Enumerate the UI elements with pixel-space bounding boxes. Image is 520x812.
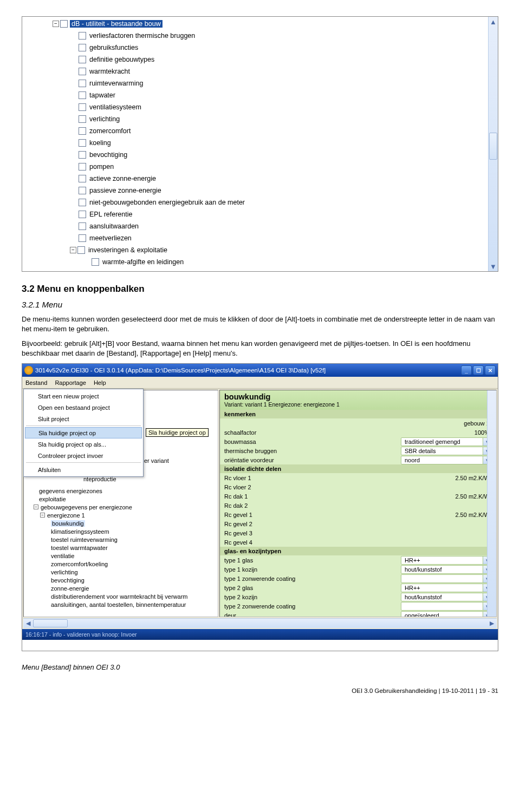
scroll-right-icon[interactable]: ▶ xyxy=(487,619,497,628)
tree-node[interactable]: actieve zonne-energie xyxy=(23,173,488,185)
scroll-track[interactable] xyxy=(489,27,498,261)
tree-node[interactable]: ventilatie xyxy=(27,552,218,560)
checkbox[interactable] xyxy=(79,91,86,99)
tree-node[interactable]: zomercomfort xyxy=(23,125,488,137)
close-button[interactable]: ✕ xyxy=(485,365,496,375)
tree-node[interactable]: aansluitwaarden xyxy=(23,220,488,232)
form-row[interactable]: type 2 zonwerende coating▾ xyxy=(220,601,496,611)
dropdown[interactable]: ▾ xyxy=(401,602,492,611)
collapse-icon[interactable]: − xyxy=(34,505,38,509)
vertical-scrollbar[interactable]: ▲ ▼ xyxy=(488,17,498,271)
tree-node[interactable]: distributierendement voor warmtekracht b… xyxy=(27,592,218,600)
tree-node-child[interactable]: warmte-afgifte en leidingen xyxy=(23,256,488,268)
form-row[interactable]: deurongeïsoleerd▾ xyxy=(220,611,496,617)
collapse-icon[interactable]: − xyxy=(53,21,59,27)
checkbox[interactable] xyxy=(79,187,86,194)
dropdown[interactable]: noord▾ xyxy=(401,456,492,464)
checkbox[interactable] xyxy=(79,103,86,111)
tree-node[interactable]: tapwater xyxy=(23,89,488,101)
menu-rapportage[interactable]: Rapportage xyxy=(55,379,86,386)
tree-node[interactable]: −energiezone 1 xyxy=(27,511,218,519)
menu-help[interactable]: Help xyxy=(94,379,106,386)
tree-node[interactable]: exploitatie xyxy=(27,495,218,503)
dropdown[interactable]: hout/kunststof▾ xyxy=(401,565,492,574)
scroll-thumb[interactable] xyxy=(33,619,68,627)
form-row[interactable]: type 2 kozijnhout/kunststof▾ xyxy=(220,592,496,601)
menu-item[interactable]: Afsluiten xyxy=(25,464,142,475)
tree-node[interactable]: zonne-energie xyxy=(27,584,218,592)
tree-node[interactable]: niet-gebouwgebonden energiegebruik aan d… xyxy=(23,197,488,208)
tree-root-node[interactable]: − dB - utiliteit - bestaande bouw xyxy=(23,18,488,30)
checkbox[interactable] xyxy=(79,163,86,171)
menu-item[interactable]: Open een bestaand project xyxy=(25,402,142,413)
maximize-button[interactable]: ☐ xyxy=(473,365,484,375)
tree-node[interactable]: gegevens energiezones xyxy=(27,487,218,495)
checkbox[interactable] xyxy=(79,234,86,242)
minimize-button[interactable]: _ xyxy=(461,365,472,375)
menu-item-highlighted[interactable]: Sla huidige project op xyxy=(25,427,142,438)
tree-node[interactable]: −gebouwgegevens per energiezone xyxy=(27,503,218,511)
tree-node-investeringen[interactable]: − investeringen & exploitatie xyxy=(23,244,488,256)
scroll-left-icon[interactable]: ◀ xyxy=(23,619,33,628)
dropdown[interactable]: ▾ xyxy=(401,574,492,583)
tree-node[interactable]: toestel warmtapwater xyxy=(27,543,218,552)
menu-item[interactable]: Sluit project xyxy=(25,413,142,424)
form-row[interactable]: bouwmassatraditioneel gemengd▾ xyxy=(220,437,496,446)
menu-item[interactable]: Controleer project invoer xyxy=(25,450,142,461)
window-titlebar[interactable]: 3014v52v2e.OEI30 - OEI 3.0.14 (AppData: … xyxy=(22,364,498,377)
tree-node[interactable]: zomercomfort/koeling xyxy=(27,560,218,568)
dropdown[interactable]: traditioneel gemengd▾ xyxy=(401,437,492,446)
tree-node[interactable]: definitie gebouwtypes xyxy=(23,54,488,66)
vertical-scrollbar[interactable] xyxy=(487,390,496,617)
checkbox[interactable] xyxy=(92,258,99,266)
tree-node[interactable]: verlichting xyxy=(23,113,488,125)
checkbox[interactable] xyxy=(79,32,86,40)
form-row[interactable]: type 1 kozijnhout/kunststof▾ xyxy=(220,565,496,574)
form-row[interactable]: thermische bruggenSBR details▾ xyxy=(220,446,496,455)
tree-node[interactable]: verlichting xyxy=(27,568,218,576)
dropdown[interactable]: hout/kunststof▾ xyxy=(401,593,492,601)
menu-item[interactable]: Sla huidig project op als... xyxy=(25,438,142,450)
dropdown[interactable]: HR++▾ xyxy=(401,556,492,565)
tree-node[interactable]: passieve zonne-energie xyxy=(23,185,488,197)
checkbox[interactable] xyxy=(79,80,86,87)
dropdown[interactable]: ongeïsoleerd▾ xyxy=(401,611,492,618)
dropdown[interactable]: SBR details▾ xyxy=(401,447,492,455)
tree-node[interactable]: pompen xyxy=(23,161,488,173)
checkbox[interactable] xyxy=(79,56,86,63)
tree-node[interactable]: aansluitingen, aantal toestellen, binnen… xyxy=(27,600,218,608)
tree-node[interactable]: bevochtiging xyxy=(23,149,488,161)
collapse-icon[interactable]: − xyxy=(40,513,45,518)
form-row[interactable]: type 1 glasHR++▾ xyxy=(220,555,496,565)
scroll-down-icon[interactable]: ▼ xyxy=(489,261,498,271)
menu-bestand[interactable]: Bestand xyxy=(25,379,47,386)
form-row[interactable]: type 1 zonwerende coating▾ xyxy=(220,574,496,583)
scroll-up-icon[interactable]: ▲ xyxy=(489,17,498,27)
dropdown[interactable]: HR++▾ xyxy=(401,584,492,592)
tree-node[interactable]: toestel ruimteverwarming xyxy=(27,535,218,543)
tree-node[interactable]: ventilatiesysteem xyxy=(23,101,488,113)
checkbox[interactable] xyxy=(79,68,86,75)
checkbox[interactable] xyxy=(77,246,85,254)
checkbox[interactable] xyxy=(79,44,86,51)
checkbox[interactable] xyxy=(79,127,86,135)
checkbox[interactable] xyxy=(79,199,86,206)
tree-node[interactable]: ruimteverwarming xyxy=(23,77,488,89)
form-row[interactable]: oriëntatie voordeurnoord▾ xyxy=(220,455,496,464)
collapse-icon[interactable]: − xyxy=(70,247,76,253)
tree-node[interactable]: meetverliezen xyxy=(23,232,488,244)
tree-node[interactable]: gebruiksfuncties xyxy=(23,42,488,54)
menu-item[interactable]: Start een nieuw project xyxy=(25,390,142,402)
tree-node[interactable]: klimatiseringssysteem xyxy=(27,527,218,535)
checkbox[interactable] xyxy=(79,222,86,230)
checkbox[interactable] xyxy=(79,175,86,182)
tree-node[interactable]: verliesfactoren thermische bruggen xyxy=(23,30,488,42)
checkbox[interactable] xyxy=(79,211,86,218)
tree-node[interactable]: EPL referentie xyxy=(23,208,488,220)
checkbox[interactable] xyxy=(60,20,68,28)
checkbox[interactable] xyxy=(79,139,86,147)
checkbox[interactable] xyxy=(79,151,86,159)
tree-node[interactable]: koeling xyxy=(23,137,488,149)
form-row[interactable]: type 2 glasHR++▾ xyxy=(220,583,496,592)
scroll-thumb[interactable] xyxy=(489,133,497,160)
